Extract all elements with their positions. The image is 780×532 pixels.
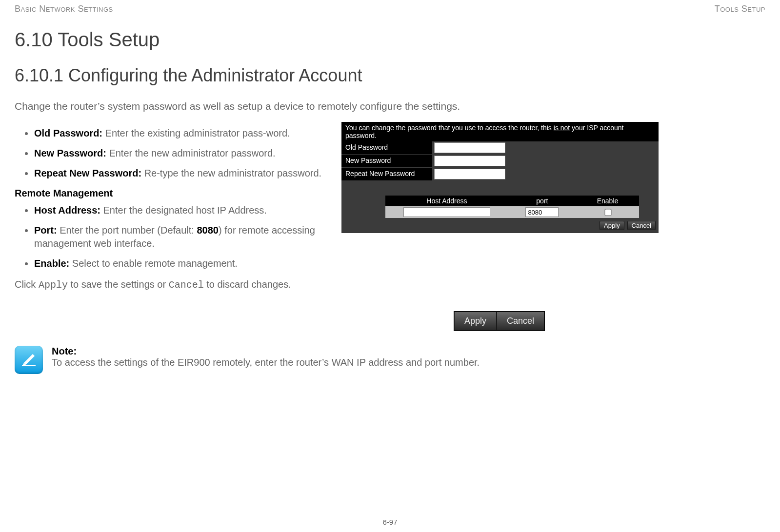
note-block: Note: To access the settings of the EIR9… <box>15 346 765 374</box>
old-password-row: Old Password <box>341 141 659 155</box>
pencil-note-icon <box>15 346 43 374</box>
old-password-input[interactable] <box>434 142 505 153</box>
desc-host-address: Enter the designated host IP Address. <box>100 205 267 216</box>
cancel-button-large[interactable]: Cancel <box>497 312 544 331</box>
list-item: New Password: Enter the new administrato… <box>34 147 327 160</box>
repeat-password-input[interactable] <box>434 169 505 179</box>
text-underline: is not <box>554 124 570 132</box>
router-actions: Apply Cancel <box>341 218 659 233</box>
header-right: Tools Setup <box>715 4 765 14</box>
header-left: Basic Network Settings <box>15 4 113 14</box>
router-password-panel: You can change the password that you use… <box>341 122 659 233</box>
term-port: Port: <box>34 225 57 236</box>
remote-management-heading: Remote Management <box>15 188 327 199</box>
desc-new-password: Enter the new administrator password. <box>106 148 276 158</box>
new-password-label: New Password <box>341 155 432 167</box>
th-host: Host Address <box>385 196 508 206</box>
term-new-password: New Password: <box>34 148 106 158</box>
page-header: Basic Network Settings Tools Setup <box>15 0 765 14</box>
text-fragment: Click <box>15 279 39 290</box>
list-item: Port: Enter the port number (Default: 80… <box>34 224 327 250</box>
router-hint: You can change the password that you use… <box>341 122 659 141</box>
desc-port-bold: 8080 <box>197 225 219 236</box>
cancel-button[interactable]: Cancel <box>627 221 656 230</box>
apply-button[interactable]: Apply <box>600 221 624 230</box>
text-fragment: You can change the password that you use… <box>345 124 554 132</box>
note-text: Note: To access the settings of the EIR9… <box>52 346 480 368</box>
term-repeat-password: Repeat New Password: <box>34 168 141 178</box>
desc-repeat-password: Re-type the new administrator password. <box>141 168 321 178</box>
term-host-address: Host Address: <box>34 205 100 216</box>
new-password-row: New Password <box>341 155 659 168</box>
repeat-password-row: Repeat New Password <box>341 168 659 181</box>
note-body: To access the settings of the EIR900 rem… <box>52 357 480 368</box>
old-password-label: Old Password <box>341 141 432 154</box>
subsection-title: 6.10.1 Configuring the Administrator Acc… <box>15 65 765 86</box>
enable-checkbox[interactable] <box>604 209 611 216</box>
code-cancel: Cancel <box>169 279 204 291</box>
th-enable: Enable <box>576 196 639 206</box>
apply-button-large[interactable]: Apply <box>454 312 497 331</box>
page-number: 6-97 <box>0 518 780 526</box>
repeat-password-label: Repeat New Password <box>341 168 432 180</box>
figures-column: You can change the password that you use… <box>341 122 765 331</box>
th-port: port <box>508 196 576 206</box>
table-row <box>385 206 639 218</box>
description-column: Old Password: Enter the existing adminis… <box>15 122 327 331</box>
list-item: Old Password: Enter the existing adminis… <box>34 127 327 140</box>
section-title: 6.10 Tools Setup <box>15 29 765 51</box>
text-fragment: to save the settings or <box>68 279 169 290</box>
desc-enable: Select to enable remote management. <box>69 258 238 269</box>
term-old-password: Old Password: <box>34 128 102 138</box>
desc-port-pre: Enter the port number (Default: <box>57 225 197 236</box>
port-input[interactable] <box>525 207 559 217</box>
term-enable: Enable: <box>34 258 69 269</box>
list-item: Host Address: Enter the designated host … <box>34 204 327 217</box>
desc-old-password: Enter the existing administrator pass-wo… <box>102 128 290 138</box>
svg-rect-0 <box>22 365 36 366</box>
apply-cancel-figure: Apply Cancel <box>454 311 545 331</box>
apply-cancel-instruction: Click Apply to save the settings or Canc… <box>15 278 327 292</box>
new-password-input[interactable] <box>434 156 505 166</box>
note-label: Note: <box>52 346 480 357</box>
remote-management-table: Host Address port Enable <box>385 196 639 218</box>
list-item: Enable: Select to enable remote manageme… <box>34 257 327 270</box>
text-fragment: to discard changes. <box>204 279 291 290</box>
code-apply: Apply <box>39 279 68 291</box>
list-item: Repeat New Password: Re-type the new adm… <box>34 167 327 180</box>
host-address-input[interactable] <box>403 207 490 217</box>
svg-marker-1 <box>24 354 35 365</box>
intro-paragraph: Change the router’s system password as w… <box>15 100 765 112</box>
